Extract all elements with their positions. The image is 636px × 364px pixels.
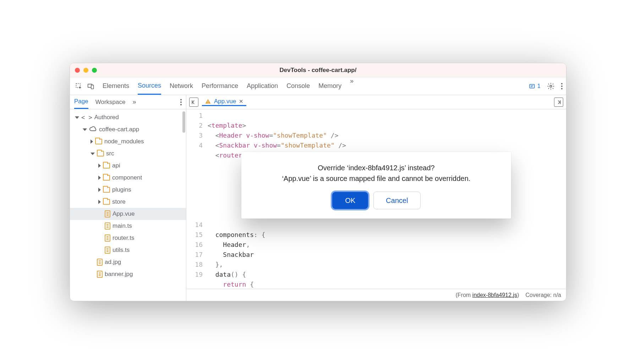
- tree-file-maints[interactable]: main.ts: [70, 220, 186, 232]
- sources-sub-toolbar: Page Workspace » App.vue ✕: [70, 95, 566, 109]
- coverage-status: Coverage: n/a: [525, 292, 561, 298]
- file-icon: [105, 235, 110, 242]
- editor-statusbar: (From index-8bfa4912.js) Coverage: n/a: [186, 289, 566, 301]
- file-navigator: < > Authored coffee-cart.app node_module…: [70, 109, 186, 301]
- navigator-more-icon[interactable]: [180, 99, 182, 105]
- folder-icon: [97, 151, 104, 156]
- tree-file-utilsts[interactable]: utils.ts: [70, 244, 186, 256]
- more-options-icon[interactable]: [561, 83, 563, 89]
- issues-button[interactable]: 1: [529, 83, 541, 89]
- close-tab-icon[interactable]: ✕: [239, 98, 243, 105]
- warning-icon: [205, 98, 211, 105]
- source-map-note: (From index-8bfa4912.js): [456, 292, 519, 298]
- editor-tab-label: App.vue: [214, 98, 236, 105]
- dialog-line1: Override ‘index-8bfa4912.js’ instead?: [251, 162, 502, 173]
- folder-icon: [95, 139, 102, 144]
- svg-rect-9: [208, 103, 208, 103]
- tab-network[interactable]: Network: [170, 77, 193, 95]
- file-icon: [105, 222, 110, 230]
- tree-folder-store[interactable]: store: [70, 196, 186, 208]
- navigator-tabs: Page Workspace »: [70, 95, 186, 109]
- window-title: DevTools - coffee-cart.app/: [70, 67, 566, 74]
- tree-file-adjpg[interactable]: ad.jpg: [70, 256, 186, 268]
- svg-rect-8: [208, 101, 208, 103]
- devtools-window: DevTools - coffee-cart.app/ Elements Sou…: [70, 63, 566, 301]
- tree-folder-api[interactable]: api: [70, 160, 186, 172]
- sourcemap-origin-link[interactable]: index-8bfa4912.js: [472, 292, 517, 298]
- tab-sources[interactable]: Sources: [138, 77, 161, 95]
- tab-console[interactable]: Console: [286, 77, 310, 95]
- tree-folder-plugins[interactable]: plugins: [70, 184, 186, 196]
- tree-file-appvue[interactable]: App.vue: [70, 208, 186, 220]
- folder-icon: [103, 187, 110, 193]
- file-icon: [97, 271, 103, 278]
- inspect-element-icon[interactable]: [73, 81, 84, 92]
- tree-file-routerts[interactable]: router.ts: [70, 232, 186, 244]
- panel-tabs: Elements Sources Network Performance App…: [103, 77, 527, 95]
- file-icon: [105, 210, 110, 217]
- editor-tabstrip: App.vue ✕: [186, 98, 566, 107]
- override-dialog: Override ‘index-8bfa4912.js’ instead? ‘A…: [241, 152, 511, 219]
- window-controls: [75, 68, 97, 73]
- minimize-window-button[interactable]: [83, 68, 88, 73]
- sources-body: < > Authored coffee-cart.app node_module…: [70, 109, 566, 301]
- tab-application[interactable]: Application: [247, 77, 278, 95]
- main-toolbar: Elements Sources Network Performance App…: [70, 77, 566, 95]
- code-editor[interactable]: 1 2 3 4 14 15 16 17 18 19 <template> <He…: [186, 109, 566, 301]
- zoom-window-button[interactable]: [92, 68, 97, 73]
- folder-icon: [103, 163, 110, 169]
- tab-elements[interactable]: Elements: [103, 77, 129, 95]
- tree-folder-src[interactable]: src: [70, 148, 186, 160]
- tree-folder-node-modules[interactable]: node_modules: [70, 136, 186, 148]
- code-brackets-icon: < >: [81, 114, 92, 121]
- editor-tab-appvue[interactable]: App.vue ✕: [202, 98, 246, 106]
- tab-performance[interactable]: Performance: [202, 77, 238, 95]
- more-panels-icon[interactable]: »: [350, 77, 353, 95]
- file-icon: [97, 259, 103, 266]
- tree-site[interactable]: coffee-cart.app: [70, 123, 186, 136]
- device-toolbar-icon[interactable]: [86, 81, 96, 92]
- cancel-button[interactable]: Cancel: [373, 192, 420, 209]
- folder-icon: [103, 199, 110, 205]
- ok-button[interactable]: OK: [332, 192, 368, 209]
- navigator-tab-page[interactable]: Page: [74, 95, 88, 109]
- show-navigator-icon[interactable]: [189, 98, 198, 107]
- folder-icon: [103, 175, 110, 181]
- issues-count: 1: [537, 83, 541, 89]
- cloud-icon: [89, 126, 97, 133]
- svg-rect-3: [530, 84, 534, 88]
- scrollbar-thumb[interactable]: [182, 111, 185, 133]
- tab-memory[interactable]: Memory: [318, 77, 341, 95]
- file-icon: [105, 247, 110, 254]
- titlebar: DevTools - coffee-cart.app/: [70, 63, 566, 77]
- svg-point-6: [550, 85, 552, 87]
- line-gutter: 1 2 3 4 14 15 16 17 18 19: [186, 111, 208, 289]
- show-debugger-icon[interactable]: [554, 98, 563, 107]
- dialog-line2: ‘App.vue’ is a source mapped file and ca…: [251, 173, 502, 184]
- tree-authored[interactable]: < > Authored: [70, 111, 186, 123]
- navigator-tab-workspace[interactable]: Workspace: [95, 95, 126, 109]
- close-window-button[interactable]: [75, 68, 80, 73]
- tree-folder-component[interactable]: component: [70, 172, 186, 184]
- tree-file-bannerjpg[interactable]: banner.jpg: [70, 268, 186, 280]
- more-navigator-tabs-icon[interactable]: »: [132, 98, 136, 106]
- settings-icon[interactable]: [545, 81, 556, 92]
- svg-rect-2: [91, 85, 94, 89]
